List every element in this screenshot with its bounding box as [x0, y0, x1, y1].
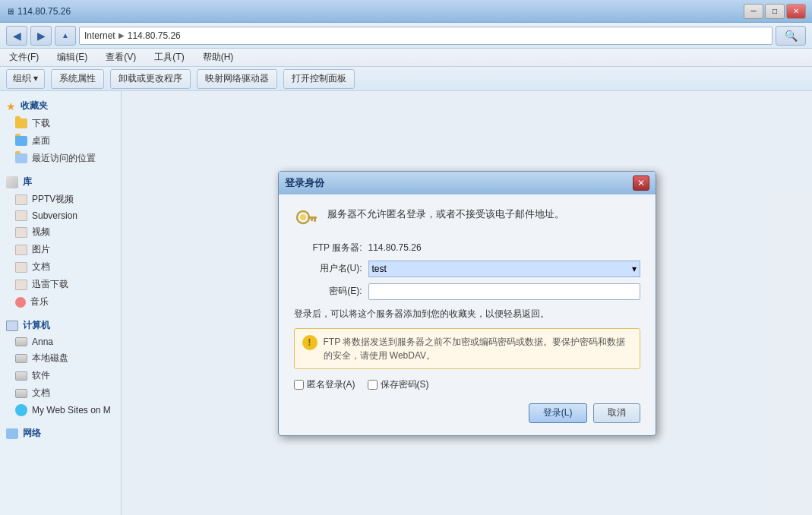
sidebar-item-subversion[interactable]: Subversion — [0, 208, 121, 223]
library-folder-icon — [15, 194, 27, 205]
folder-icon — [15, 118, 27, 128]
password-label: 密码(E): — [294, 285, 362, 298]
dialog-message-row: 服务器不允许匿名登录，或者不接受该电子邮件地址。 — [294, 207, 640, 231]
username-value: test — [372, 264, 387, 274]
checkbox-row: 匿名登录(A) 保存密码(S) — [294, 378, 640, 391]
dialog-close-button[interactable]: ✕ — [633, 175, 649, 191]
sidebar-item-label: 桌面 — [32, 134, 50, 147]
drive-icon — [15, 389, 27, 398]
save-message: 登录后，可以将这个服务器添加到您的收藏夹，以便轻易返回。 — [294, 308, 640, 321]
address-bar: ◀ ▶ ▲ Internet ▶ 114.80.75.26 🔍 — [0, 23, 812, 49]
maximize-button[interactable]: □ — [765, 4, 785, 19]
dialog-body: 服务器不允许匿名登录，或者不接受该电子邮件地址。 FTP 服务器: 114.80… — [279, 194, 656, 435]
address-path[interactable]: Internet ▶ 114.80.75.26 — [79, 27, 773, 45]
menu-view[interactable]: 查看(V) — [103, 49, 139, 65]
drive-icon — [15, 354, 27, 363]
organize-button[interactable]: 组织 ▾ — [6, 69, 45, 89]
library-folder-icon — [15, 210, 27, 221]
sidebar-section-library: 库 — [0, 173, 121, 191]
sidebar-item-docs[interactable]: 文档 — [0, 258, 121, 276]
password-row: 密码(E): — [294, 283, 640, 300]
sidebar-item-picture[interactable]: 图片 — [0, 241, 121, 258]
sidebar-item-music[interactable]: 音乐 — [0, 293, 121, 311]
sidebar-item-download[interactable]: 下载 — [0, 115, 121, 132]
path-arrow: ▶ — [118, 31, 125, 39]
key-icon — [294, 207, 318, 231]
sidebar-item-label: 音乐 — [30, 295, 49, 308]
up-button[interactable]: ▲ — [55, 26, 76, 46]
sidebar: ★ 收藏夹 下载 桌面 最近访问的位置 库 PPTV视频 Subversion — [0, 91, 122, 515]
sidebar-item-docs2[interactable]: 文档 — [0, 384, 121, 402]
main-layout: ★ 收藏夹 下载 桌面 最近访问的位置 库 PPTV视频 Subversion — [0, 91, 812, 515]
sidebar-item-anna[interactable]: Anna — [0, 334, 121, 349]
favorites-title: 收藏夹 — [21, 100, 48, 112]
sidebar-item-software[interactable]: 软件 — [0, 367, 121, 384]
password-input[interactable] — [368, 283, 640, 300]
ftp-server-label: FTP 服务器: — [294, 242, 362, 254]
sidebar-item-desktop[interactable]: 桌面 — [0, 132, 121, 150]
close-button[interactable]: ✕ — [786, 4, 806, 19]
control-panel-button[interactable]: 打开控制面板 — [283, 69, 355, 89]
login-button[interactable]: 登录(L) — [529, 403, 587, 423]
ftp-server-value: 114.80.75.26 — [368, 242, 422, 253]
menu-file[interactable]: 文件(F) — [6, 49, 42, 65]
username-label: 用户名(U): — [294, 262, 362, 275]
title-bar: 🖥 114.80.75.26 ─ □ ✕ — [0, 0, 812, 23]
anonymous-checkbox-item[interactable]: 匿名登录(A) — [294, 378, 355, 391]
minimize-button[interactable]: ─ — [744, 4, 763, 19]
title-bar-text: 114.80.75.26 — [17, 6, 71, 17]
sidebar-item-thunder[interactable]: 迅雷下载 — [0, 276, 121, 293]
title-bar-controls: ─ □ ✕ — [744, 4, 806, 19]
path-internet: Internet — [84, 30, 115, 41]
back-button[interactable]: ◀ — [6, 26, 27, 46]
sidebar-section-favorites: ★ 收藏夹 — [0, 97, 121, 115]
dialog-footer: 登录(L) 取消 — [294, 397, 640, 426]
sidebar-item-label: PPTV视频 — [32, 193, 74, 206]
cancel-button[interactable]: 取消 — [593, 403, 640, 423]
menu-edit[interactable]: 编辑(E) — [54, 49, 90, 65]
folder-icon — [15, 136, 27, 146]
menu-help[interactable]: 帮助(H) — [200, 49, 237, 65]
save-password-checkbox[interactable] — [368, 380, 378, 390]
map-drive-button[interactable]: 映射网络驱动器 — [197, 69, 277, 89]
star-icon: ★ — [6, 100, 16, 112]
system-props-button[interactable]: 系统属性 — [51, 69, 104, 89]
sidebar-item-label: 文档 — [32, 387, 50, 400]
search-button[interactable]: 🔍 — [776, 26, 806, 46]
warning-text: FTP 将数据发送到服务器之前不加密或编码密码或数据。要保护密码和数据的安全，请… — [324, 335, 632, 362]
drive-icon — [15, 337, 27, 346]
dialog-title-bar: 登录身份 ✕ — [279, 172, 656, 194]
sidebar-item-label: 软件 — [32, 369, 50, 382]
sidebar-item-label: 图片 — [32, 243, 50, 256]
sidebar-item-mywebsites[interactable]: My Web Sites on M — [0, 402, 121, 419]
sidebar-section-network[interactable]: 网络 — [0, 425, 121, 442]
uninstall-button[interactable]: 卸载或更改程序 — [110, 69, 191, 89]
menu-tools[interactable]: 工具(T) — [151, 49, 187, 65]
anonymous-checkbox[interactable] — [294, 380, 304, 390]
computer-title: 计算机 — [23, 319, 50, 332]
library-folder-icon — [15, 227, 27, 238]
save-password-checkbox-item[interactable]: 保存密码(S) — [368, 378, 429, 391]
warning-row: ! FTP 将数据发送到服务器之前不加密或编码密码或数据。要保护密码和数据的安全… — [294, 328, 640, 369]
sidebar-section-computer[interactable]: 计算机 — [0, 317, 121, 334]
globe-icon — [15, 404, 27, 416]
username-row: 用户名(U): test ▾ — [294, 261, 640, 277]
library-folder-icon — [15, 262, 27, 273]
sidebar-item-recent[interactable]: 最近访问的位置 — [0, 150, 121, 167]
sidebar-item-local-disk[interactable]: 本地磁盘 — [0, 349, 121, 367]
sidebar-item-label: Anna — [32, 336, 53, 347]
warning-icon: ! — [302, 335, 318, 350]
svg-rect-2 — [308, 216, 317, 219]
forward-button[interactable]: ▶ — [30, 26, 52, 46]
network-title: 网络 — [23, 427, 41, 440]
sidebar-item-label: My Web Sites on M — [32, 405, 111, 415]
music-icon — [15, 297, 26, 308]
sidebar-item-video[interactable]: 视频 — [0, 223, 121, 241]
login-dialog: 登录身份 ✕ 服务器不允许 — [278, 171, 656, 436]
dialog-message-text: 服务器不允许匿名登录，或者不接受该电子邮件地址。 — [327, 207, 564, 222]
username-select[interactable]: test ▾ — [368, 261, 640, 277]
sidebar-item-label: Subversion — [32, 210, 77, 221]
network-icon — [6, 428, 18, 439]
svg-point-1 — [300, 214, 306, 220]
sidebar-item-pptv[interactable]: PPTV视频 — [0, 191, 121, 208]
